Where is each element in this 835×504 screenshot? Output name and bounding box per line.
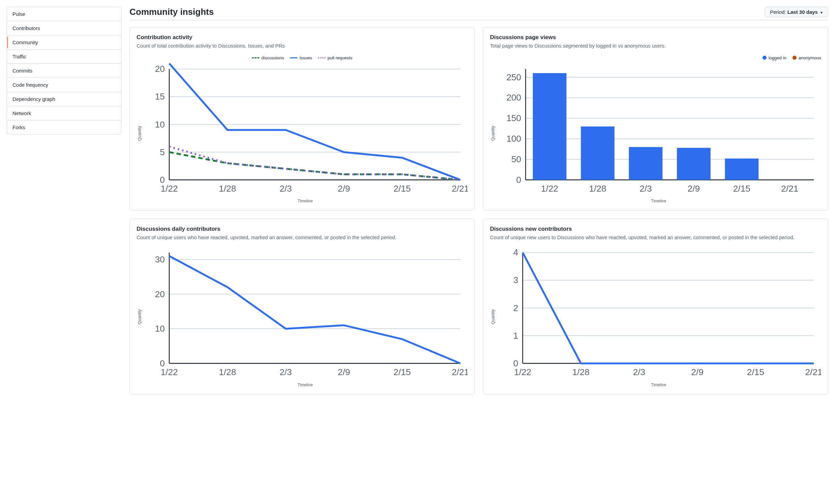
svg-text:1/28: 1/28 <box>219 183 236 194</box>
svg-text:1/22: 1/22 <box>514 367 531 378</box>
svg-text:2/3: 2/3 <box>280 183 292 194</box>
svg-text:0: 0 <box>516 175 522 184</box>
page-title: Community insights <box>129 7 214 17</box>
period-label: Period: <box>770 9 788 15</box>
legend-logged-in: logged in <box>762 55 787 60</box>
x-axis-label: Timeline <box>143 199 468 203</box>
svg-text:1/22: 1/22 <box>161 367 178 378</box>
svg-text:2: 2 <box>513 303 518 313</box>
svg-text:100: 100 <box>507 134 522 144</box>
sidebar-item-code-frequency[interactable]: Code frequency <box>7 78 121 92</box>
svg-text:150: 150 <box>507 113 522 123</box>
chart-daily-contributors: 01020301/221/282/32/92/152/21 <box>143 247 468 380</box>
legend: discussions issues pull requests <box>137 55 468 60</box>
legend-anonymous: anonymous <box>793 55 821 60</box>
chart-new-contributors: 012341/221/282/32/92/152/21 <box>496 247 821 380</box>
svg-text:2/21: 2/21 <box>805 367 821 378</box>
card-title: Discussions daily contributors <box>137 226 468 233</box>
insights-sidebar: PulseContributorsCommunityTrafficCommits… <box>7 7 121 135</box>
svg-text:1/28: 1/28 <box>572 367 590 378</box>
x-axis-label: Timeline <box>143 383 468 387</box>
sidebar-item-traffic[interactable]: Traffic <box>7 49 121 64</box>
svg-text:10: 10 <box>155 119 165 129</box>
card-new-contributors: Discussions new contributors Count of un… <box>483 219 828 395</box>
y-axis-label: Quantity <box>490 63 496 203</box>
svg-text:2/9: 2/9 <box>688 183 700 194</box>
main-content: Community insights Period: Last 30 days … <box>129 7 828 395</box>
svg-text:2/3: 2/3 <box>633 367 646 378</box>
svg-text:1/22: 1/22 <box>161 183 178 194</box>
svg-text:5: 5 <box>160 147 165 157</box>
svg-text:2/3: 2/3 <box>639 183 652 194</box>
card-desc: Count of total contribution activity to … <box>137 42 468 50</box>
card-page-views: Discussions page views Total page views … <box>483 27 828 210</box>
card-title: Discussions new contributors <box>490 226 821 233</box>
card-title: Contribution activity <box>137 34 468 41</box>
card-daily-contributors: Discussions daily contributors Count of … <box>129 219 475 395</box>
svg-text:2/15: 2/15 <box>393 183 411 194</box>
x-axis-label: Timeline <box>496 383 821 387</box>
svg-text:20: 20 <box>155 64 165 74</box>
svg-text:2/21: 2/21 <box>452 367 468 378</box>
svg-text:2/21: 2/21 <box>452 183 468 194</box>
svg-text:200: 200 <box>507 93 522 103</box>
legend-discussions: discussions <box>252 55 284 60</box>
chart-page-views: 0501001502002501/221/282/32/92/152/21 <box>496 63 821 196</box>
svg-rect-40 <box>629 147 663 180</box>
svg-text:1/28: 1/28 <box>219 367 236 378</box>
chart-contribution-activity: 051015201/221/282/32/92/152/21 <box>143 63 468 196</box>
svg-text:3: 3 <box>513 275 518 285</box>
period-dropdown[interactable]: Period: Last 30 days ▼ <box>765 7 828 17</box>
charts-grid: Contribution activity Count of total con… <box>129 27 828 395</box>
y-axis-label: Quantity <box>137 63 143 203</box>
svg-text:2/15: 2/15 <box>393 367 411 378</box>
y-axis-label: Quantity <box>137 247 143 387</box>
svg-text:30: 30 <box>155 254 165 264</box>
card-contribution-activity: Contribution activity Count of total con… <box>129 27 475 210</box>
sidebar-item-network[interactable]: Network <box>7 106 121 120</box>
svg-text:1/28: 1/28 <box>589 183 606 194</box>
svg-text:4: 4 <box>513 248 518 258</box>
sidebar-item-commits[interactable]: Commits <box>7 64 121 78</box>
svg-rect-39 <box>581 126 614 180</box>
card-desc: Count of unique new users to Discussions… <box>490 234 821 242</box>
svg-text:50: 50 <box>511 154 521 164</box>
svg-text:2/15: 2/15 <box>733 183 750 194</box>
sidebar-item-forks[interactable]: Forks <box>7 120 121 134</box>
header-row: Community insights Period: Last 30 days … <box>129 7 828 20</box>
svg-rect-42 <box>725 158 759 180</box>
svg-text:1/22: 1/22 <box>541 183 558 194</box>
svg-text:250: 250 <box>507 72 522 82</box>
svg-text:1: 1 <box>513 330 518 341</box>
svg-text:10: 10 <box>155 324 165 334</box>
svg-text:2/3: 2/3 <box>280 367 292 378</box>
svg-text:2/9: 2/9 <box>691 367 704 378</box>
x-axis-label: Timeline <box>496 199 821 203</box>
svg-text:2/21: 2/21 <box>781 183 798 194</box>
sidebar-item-community[interactable]: Community <box>7 36 121 49</box>
svg-text:2/9: 2/9 <box>338 183 350 194</box>
y-axis-label: Quantity <box>490 247 496 387</box>
period-value: Last 30 days <box>788 9 818 15</box>
sidebar-item-dependency-graph[interactable]: Dependency graph <box>7 92 121 106</box>
card-title: Discussions page views <box>490 34 821 41</box>
legend-pull-requests: pull requests <box>318 55 352 60</box>
svg-rect-38 <box>533 73 567 180</box>
svg-text:20: 20 <box>155 289 165 299</box>
svg-text:2/9: 2/9 <box>338 367 350 378</box>
legend-issues: issues <box>290 55 312 60</box>
sidebar-item-contributors[interactable]: Contributors <box>7 21 121 36</box>
card-desc: Count of unique users who have reacted, … <box>137 234 468 242</box>
svg-text:2/15: 2/15 <box>747 367 764 378</box>
svg-rect-41 <box>677 148 711 180</box>
sidebar-item-pulse[interactable]: Pulse <box>7 7 121 21</box>
legend: logged in anonymous <box>490 55 821 60</box>
chevron-down-icon: ▼ <box>820 11 823 15</box>
svg-text:15: 15 <box>155 92 165 102</box>
card-desc: Total page views to Discussions segmente… <box>490 42 821 50</box>
